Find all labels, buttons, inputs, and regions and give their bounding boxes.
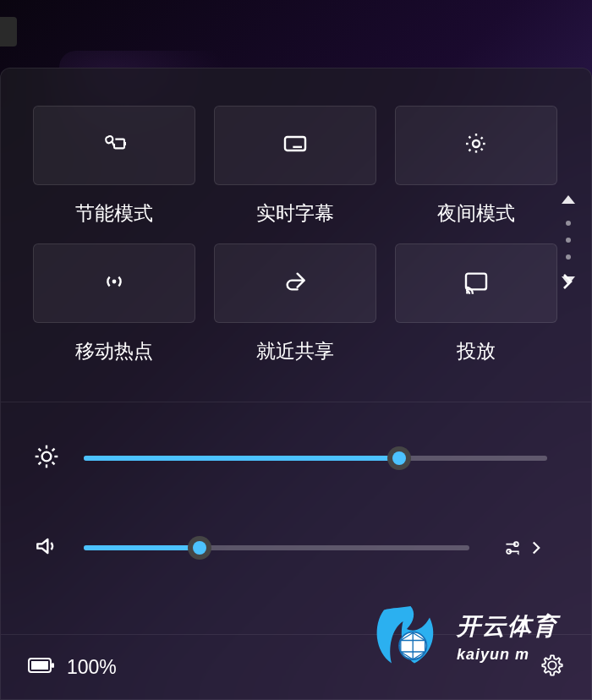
night-light-icon	[463, 130, 490, 161]
leaf-battery-icon	[101, 130, 128, 161]
battery-text: 100%	[67, 656, 117, 679]
svg-line-23	[52, 449, 55, 451]
chevron-right-icon	[525, 537, 547, 559]
tile-cast[interactable]	[395, 243, 557, 323]
slider-fill	[84, 456, 399, 461]
svg-point-12	[112, 280, 117, 284]
hotspot-icon	[101, 268, 128, 298]
svg-line-10	[469, 149, 471, 151]
battery-status[interactable]: 100%	[28, 656, 117, 679]
svg-line-9	[481, 149, 484, 151]
share-icon	[282, 268, 309, 298]
sidebar-stub	[0, 17, 17, 46]
tile-battery-saver[interactable]	[33, 106, 195, 185]
svg-rect-30	[52, 663, 54, 668]
mixer-icon	[502, 537, 523, 559]
slider-thumb[interactable]	[188, 536, 211, 560]
slider-thumb[interactable]	[387, 446, 411, 470]
svg-point-15	[42, 452, 52, 462]
svg-rect-0	[124, 142, 126, 145]
svg-rect-29	[31, 661, 48, 670]
tile-mobile-hotspot[interactable]	[33, 243, 195, 323]
volume-slider[interactable]	[84, 545, 469, 550]
tile-wrapper: 投放	[395, 243, 557, 364]
volume-row	[33, 533, 547, 563]
tile-label: 节能模式	[75, 200, 153, 227]
svg-line-21	[52, 462, 55, 465]
tile-label: 夜间模式	[437, 200, 515, 227]
tile-live-captions[interactable]	[214, 106, 376, 185]
gear-icon	[540, 665, 564, 680]
tile-nearby-share[interactable]	[214, 243, 376, 323]
volume-icon	[33, 533, 60, 563]
tiles-grid: 节能模式 实时字幕 夜间模式	[1, 68, 591, 390]
tile-label: 实时字幕	[256, 200, 334, 227]
page-dot	[566, 221, 571, 226]
quick-settings-panel: 节能模式 实时字幕 夜间模式	[0, 68, 592, 700]
tile-label: 移动热点	[75, 338, 153, 364]
svg-point-14	[466, 292, 469, 294]
sliders-section	[1, 402, 591, 580]
page-dot	[566, 238, 571, 243]
tile-night-light[interactable]	[395, 106, 557, 185]
page-down-arrow-icon[interactable]	[562, 276, 575, 285]
tile-wrapper: 夜间模式	[395, 106, 557, 227]
page-up-arrow-icon[interactable]	[562, 195, 575, 204]
page-dot	[566, 254, 571, 260]
svg-rect-2	[293, 146, 302, 148]
svg-point-3	[473, 140, 480, 147]
cast-icon	[463, 268, 490, 298]
tile-wrapper: 移动热点	[33, 243, 195, 364]
svg-line-22	[39, 462, 41, 465]
tile-wrapper: 实时字幕	[214, 106, 376, 227]
tile-wrapper: 节能模式	[33, 106, 195, 227]
tile-wrapper: 就近共享	[214, 243, 376, 364]
svg-point-25	[514, 542, 518, 546]
slider-fill	[84, 545, 200, 550]
brightness-icon	[33, 443, 60, 473]
svg-line-20	[39, 449, 41, 451]
svg-rect-1	[285, 137, 305, 150]
brightness-slider[interactable]	[84, 456, 547, 461]
brightness-row	[33, 443, 547, 473]
battery-icon	[28, 656, 55, 678]
tile-label: 就近共享	[256, 338, 334, 364]
panel-footer: 100%	[1, 634, 591, 699]
svg-line-8	[469, 136, 471, 139]
svg-line-11	[481, 136, 484, 139]
page-indicator	[562, 195, 575, 285]
volume-output-button[interactable]	[502, 537, 547, 559]
caption-icon	[282, 130, 309, 161]
svg-point-27	[507, 550, 511, 554]
tile-label: 投放	[457, 338, 496, 364]
settings-button[interactable]	[540, 654, 564, 681]
